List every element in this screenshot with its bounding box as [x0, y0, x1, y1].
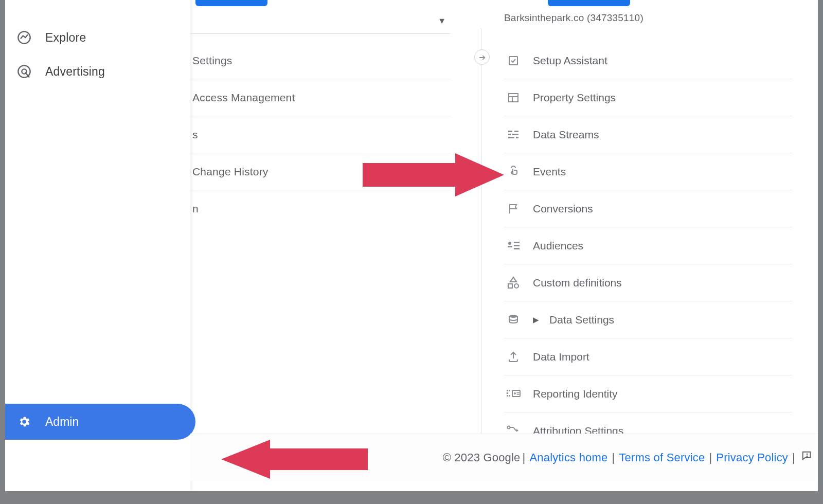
- sidebar-item-admin[interactable]: Admin: [5, 404, 195, 440]
- property-row-audiences[interactable]: Audiences: [504, 227, 792, 264]
- svg-rect-26: [507, 392, 508, 394]
- footer-link-privacy[interactable]: Privacy Policy: [716, 451, 788, 464]
- property-row-reporting-identity[interactable]: Reporting Identity: [504, 375, 792, 412]
- identity-icon: [506, 387, 521, 401]
- row-label: Settings: [192, 55, 232, 67]
- account-row-truncated-s[interactable]: s: [190, 116, 450, 153]
- property-row-data-streams[interactable]: Data Streams: [504, 116, 792, 153]
- arrow-right-icon: ➔: [479, 52, 486, 62]
- property-row-property-settings[interactable]: Property Settings: [504, 79, 792, 116]
- account-selector[interactable]: ▼: [190, 9, 450, 34]
- footer-link-analytics-home[interactable]: Analytics home: [529, 451, 607, 464]
- svg-point-35: [807, 456, 807, 457]
- sidebar-item-explore[interactable]: Explore: [5, 21, 190, 55]
- upload-icon: [506, 350, 521, 364]
- caret-down-icon: ▼: [438, 16, 446, 26]
- footer-separator: |: [792, 451, 795, 464]
- svg-point-23: [509, 315, 517, 318]
- account-row-access-management[interactable]: Access Management: [190, 79, 450, 116]
- account-row-truncated-n[interactable]: n: [190, 190, 450, 227]
- svg-rect-17: [514, 242, 520, 243]
- svg-rect-32: [517, 394, 520, 395]
- svg-rect-24: [507, 390, 508, 391]
- account-row-change-history[interactable]: Change History: [190, 153, 450, 190]
- svg-rect-8: [508, 131, 512, 132]
- svg-rect-21: [508, 284, 512, 288]
- row-label: Events: [533, 166, 566, 178]
- collapse-column-button[interactable]: ➔: [474, 49, 490, 65]
- svg-rect-5: [509, 94, 518, 102]
- property-row-setup-assistant[interactable]: Setup Assistant: [504, 42, 792, 79]
- row-label: Setup Assistant: [533, 55, 607, 67]
- property-row-data-settings[interactable]: ▶ Data Settings: [504, 301, 792, 338]
- caret-right-icon: ▶: [533, 315, 539, 325]
- svg-rect-31: [517, 392, 520, 393]
- row-label: s: [192, 129, 198, 141]
- footer-separator: |: [709, 451, 712, 464]
- database-icon: [506, 313, 521, 327]
- svg-rect-27: [507, 395, 508, 397]
- property-row-events[interactable]: Events: [504, 153, 792, 190]
- svg-rect-28: [509, 395, 510, 397]
- row-label: Data Settings: [549, 314, 614, 326]
- feedback-icon[interactable]: [801, 451, 813, 465]
- row-label: Property Settings: [533, 92, 616, 104]
- touch-icon: [506, 165, 521, 179]
- row-label: Data Streams: [533, 129, 599, 141]
- account-row-settings[interactable]: Settings: [190, 42, 450, 79]
- svg-rect-11: [512, 134, 518, 135]
- explore-icon: [16, 30, 32, 45]
- sidebar-item-advertising[interactable]: Advertising: [5, 55, 190, 88]
- svg-rect-18: [514, 245, 520, 246]
- svg-rect-16: [508, 246, 512, 247]
- svg-rect-4: [509, 57, 517, 65]
- row-label: Audiences: [533, 240, 583, 252]
- svg-rect-13: [516, 137, 518, 138]
- footer-copyright: © 2023 Google: [443, 451, 521, 464]
- advertising-icon: [16, 64, 32, 79]
- footer-separator: |: [612, 451, 615, 464]
- column-divider: [481, 28, 481, 460]
- account-column: ▼ Settings Access Management s Change Hi…: [190, 0, 484, 491]
- svg-rect-12: [508, 137, 514, 138]
- flag-icon: [506, 202, 521, 216]
- svg-rect-9: [514, 131, 518, 132]
- svg-rect-10: [508, 134, 511, 135]
- row-label: n: [192, 203, 199, 215]
- footer: © 2023 Google | Analytics home | Terms o…: [190, 434, 818, 481]
- svg-marker-20: [510, 277, 516, 282]
- property-header: Barksinthepark.co (347335110): [504, 12, 643, 24]
- property-row-data-import[interactable]: Data Import: [504, 338, 792, 375]
- property-column: ➔ Barksinthepark.co (347335110) Setup As…: [504, 0, 818, 491]
- svg-point-0: [18, 31, 30, 43]
- svg-rect-19: [514, 248, 520, 249]
- audiences-icon: [506, 239, 521, 253]
- svg-point-30: [514, 392, 516, 394]
- property-row-custom-definitions[interactable]: Custom definitions: [504, 264, 792, 301]
- left-sidebar: Explore Advertising Admin: [5, 0, 190, 491]
- svg-rect-25: [509, 390, 510, 391]
- sidebar-item-label: Advertising: [45, 65, 105, 79]
- row-label: Conversions: [533, 203, 593, 215]
- shapes-icon: [506, 276, 521, 290]
- gear-icon: [16, 414, 32, 429]
- row-label: Access Management: [192, 92, 295, 104]
- data-streams-icon: [506, 128, 521, 142]
- checklist-icon: [506, 53, 521, 68]
- footer-link-terms[interactable]: Terms of Service: [619, 451, 705, 464]
- row-label: Change History: [192, 166, 269, 178]
- row-label: Data Import: [533, 351, 589, 363]
- svg-rect-29: [512, 390, 520, 397]
- svg-point-33: [508, 426, 510, 429]
- sidebar-item-label: Explore: [45, 31, 86, 45]
- svg-point-22: [514, 284, 518, 288]
- sidebar-item-label: Admin: [45, 415, 79, 429]
- svg-point-15: [508, 242, 511, 245]
- property-row-conversions[interactable]: Conversions: [504, 190, 792, 227]
- row-label: Custom definitions: [533, 277, 622, 289]
- footer-separator: |: [523, 451, 526, 464]
- layout-icon: [506, 91, 521, 105]
- row-label: Reporting Identity: [533, 388, 618, 400]
